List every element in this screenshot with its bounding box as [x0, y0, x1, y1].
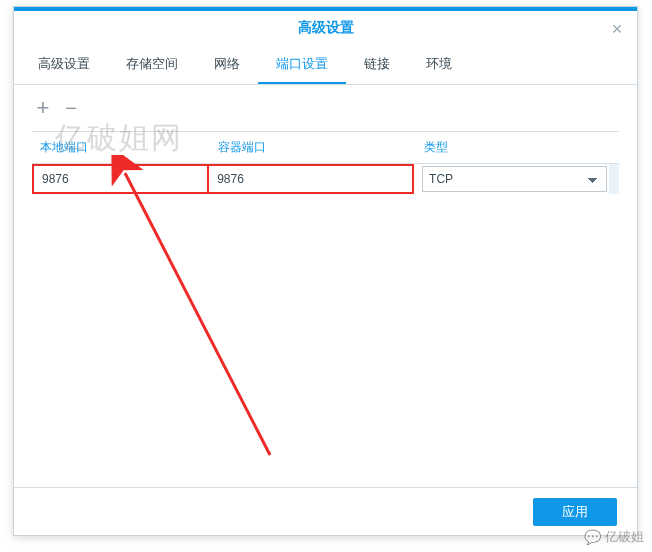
- row-tail: [609, 164, 619, 194]
- advanced-settings-dialog: 高级设置 × 高级设置 存储空间 网络 端口设置 链接 环境 + − 本地端口 …: [13, 6, 638, 536]
- titlebar: 高级设置 ×: [14, 7, 637, 45]
- toolbar: + −: [14, 85, 637, 131]
- grid-header: 本地端口 容器端口 类型: [32, 131, 619, 164]
- col-type[interactable]: 类型: [416, 132, 602, 163]
- dialog-footer: 应用: [14, 487, 637, 535]
- tab-bar: 高级设置 存储空间 网络 端口设置 链接 环境: [14, 45, 637, 85]
- tab-storage[interactable]: 存储空间: [108, 45, 196, 84]
- container-port-input[interactable]: 9876: [209, 164, 414, 194]
- add-icon[interactable]: +: [32, 99, 54, 121]
- dialog-title: 高级设置: [298, 19, 354, 37]
- apply-button[interactable]: 应用: [533, 498, 617, 526]
- tab-links[interactable]: 链接: [346, 45, 408, 84]
- type-select[interactable]: TCP: [422, 166, 607, 192]
- table-row[interactable]: 9876 9876 TCP: [32, 164, 619, 194]
- col-container-port[interactable]: 容器端口: [210, 132, 416, 163]
- tab-port-settings[interactable]: 端口设置: [258, 45, 346, 84]
- close-icon[interactable]: ×: [605, 17, 629, 41]
- port-grid: 本地端口 容器端口 类型 9876 9876 TCP: [32, 131, 619, 194]
- tab-advanced[interactable]: 高级设置: [20, 45, 108, 84]
- col-local-port[interactable]: 本地端口: [32, 132, 210, 163]
- tab-network[interactable]: 网络: [196, 45, 258, 84]
- local-port-input[interactable]: 9876: [32, 164, 209, 194]
- remove-icon[interactable]: −: [60, 99, 82, 121]
- tab-environment[interactable]: 环境: [408, 45, 470, 84]
